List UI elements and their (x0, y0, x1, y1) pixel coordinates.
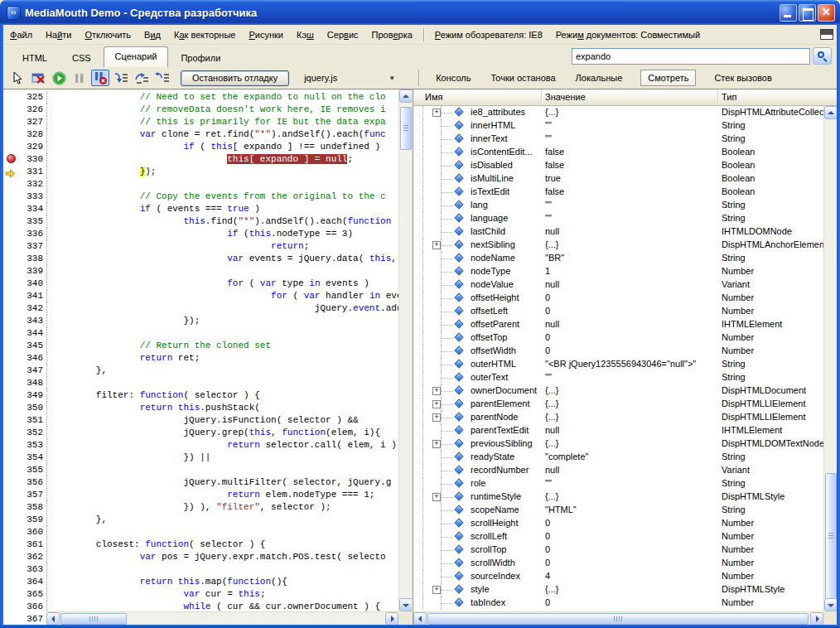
breakpoint-gutter[interactable] (3, 178, 20, 191)
watch-row[interactable]: readyState"complete"String (413, 451, 823, 464)
scroll-left-button[interactable] (46, 612, 60, 625)
watch-row[interactable]: sourceIndex4Number (413, 570, 823, 583)
breakpoint-gutter[interactable] (3, 141, 20, 153)
breakpoint-gutter[interactable] (3, 352, 20, 365)
breakpoint-gutter[interactable] (3, 439, 20, 452)
breakpoint-gutter[interactable] (3, 290, 20, 302)
watch-row[interactable]: innerText""String (413, 133, 823, 146)
watch-row[interactable]: language""String (413, 212, 823, 225)
breakpoint-gutter[interactable] (3, 464, 20, 476)
breakpoint-gutter[interactable] (3, 315, 20, 327)
menu-item[interactable]: Вид (138, 27, 167, 42)
watch-row[interactable]: offsetTop0Number (413, 331, 823, 345)
panel-tab-консоль[interactable]: Консоль (434, 70, 472, 85)
breakpoint-gutter[interactable] (3, 340, 20, 352)
unpin-window-icon[interactable] (820, 29, 833, 40)
tab-html[interactable]: HTML (10, 49, 60, 67)
select-element-pointer-icon[interactable] (8, 70, 27, 86)
breakpoint-gutter[interactable] (3, 514, 20, 526)
breakpoint-gutter[interactable] (3, 601, 20, 613)
watch-row[interactable]: +runtimeStyle{...}DispHTMLStyle (413, 490, 823, 504)
watch-row[interactable]: outerText""String (413, 371, 823, 384)
breakpoint-gutter[interactable] (3, 365, 20, 377)
menu-item[interactable]: Отключить (78, 27, 138, 42)
breakpoint-gutter[interactable] (3, 265, 20, 278)
breakpoint-gutter[interactable] (3, 327, 20, 340)
watch-row[interactable]: offsetParentnullIHTMLElement (413, 318, 823, 331)
breakpoint-gutter[interactable] (3, 402, 20, 414)
breakpoint-gutter[interactable] (3, 153, 20, 166)
watch-row[interactable]: tabIndex0Number (413, 597, 823, 610)
breakpoint-gutter[interactable] (3, 539, 20, 551)
continue-run-icon[interactable] (50, 70, 68, 86)
watch-row[interactable]: scrollWidth0Number (413, 557, 823, 570)
watch-row[interactable]: isDisabledfalseBoolean (413, 159, 823, 172)
breakpoint-gutter[interactable] (3, 476, 20, 489)
menu-item[interactable]: Как векторные (167, 27, 242, 42)
expand-icon[interactable]: + (432, 413, 441, 422)
menu-mode-item[interactable]: Режим обозревателя: IE8 (428, 27, 549, 42)
breakpoint-gutter[interactable] (3, 91, 20, 104)
watch-row[interactable]: scrollHeight0Number (413, 517, 823, 530)
watch-row[interactable]: role""String (413, 477, 823, 490)
watch-row[interactable]: isTextEditfalseBoolean (413, 186, 823, 199)
watch-row[interactable]: scopeName"HTML"String (413, 504, 823, 517)
watch-row[interactable]: +parentNode{...}DispHTMLLIElement (413, 411, 823, 424)
watch-row[interactable]: +parentElement{...}DispHTMLLIElement (413, 398, 823, 411)
scroll-down-button[interactable] (399, 598, 412, 611)
watch-row[interactable]: lastChildnullIHTMLDOMNode (413, 225, 823, 239)
breakpoint-gutter[interactable] (3, 116, 20, 128)
watch-row[interactable]: parentTextEditnullIHTMLElement (413, 424, 823, 437)
scroll-up-button[interactable] (399, 89, 412, 103)
column-header-type[interactable]: Тип (718, 89, 837, 105)
menu-item[interactable]: Сервис (321, 27, 365, 42)
watch-vscroll-thumb[interactable] (825, 473, 837, 599)
watch-row[interactable]: outerHTML"<BR jQuery1235556943046="null"… (413, 358, 823, 371)
watch-row[interactable]: isContentEdit...falseBoolean (413, 146, 823, 159)
watch-row[interactable]: nodeValuenullVariant (413, 278, 823, 292)
breakpoint-gutter[interactable] (3, 191, 20, 203)
tab-сценарий[interactable]: Сценарий (104, 46, 169, 67)
breakpoint-gutter[interactable] (3, 389, 20, 402)
close-button[interactable] (818, 4, 835, 22)
watch-row[interactable]: offsetLeft0Number (413, 305, 823, 318)
scroll-right-button[interactable] (810, 612, 823, 625)
minimize-button[interactable] (780, 4, 797, 22)
menu-mode-item[interactable]: Режим документов: Совместимый (549, 27, 707, 42)
break-all-toggle-icon[interactable] (91, 70, 109, 86)
menu-item[interactable]: Проверка (365, 27, 419, 42)
watch-row[interactable]: +style{...}DispHTMLStyle (413, 583, 823, 597)
panel-tab-локальные[interactable]: Локальные (574, 70, 625, 85)
breakpoint-gutter[interactable] (3, 302, 20, 315)
breakpoint-gutter[interactable] (3, 501, 20, 514)
breakpoint-gutter[interactable] (3, 166, 20, 178)
breakpoint-gutter[interactable] (3, 215, 20, 228)
watch-row[interactable]: +nextSibling{...}DispHTMLAnchorElement (413, 239, 823, 252)
panel-tab-точки-останова[interactable]: Точки останова (489, 70, 557, 85)
breakpoint-gutter[interactable] (3, 228, 20, 240)
watch-row[interactable]: nodeType1Number (413, 265, 823, 278)
breakpoint-gutter[interactable] (3, 203, 20, 215)
breakpoint-gutter[interactable] (3, 278, 20, 290)
column-header-value[interactable]: Значение (542, 89, 718, 105)
breakpoint-gutter[interactable] (3, 452, 20, 464)
maximize-button[interactable] (799, 4, 816, 22)
watch-row[interactable]: +previousSibling{...}DispHTMLDOMTextNode (413, 437, 823, 451)
stop-debugging-button[interactable]: Остановить отладку (181, 70, 289, 86)
breakpoint-gutter[interactable] (3, 377, 20, 389)
watch-hscroll-thumb[interactable] (427, 613, 809, 625)
watch-row[interactable]: offsetWidth0Number (413, 345, 823, 358)
watch-row[interactable]: lang""String (413, 199, 823, 212)
panel-tab-смотреть[interactable]: Смотреть (640, 70, 696, 86)
pause-icon[interactable] (70, 70, 89, 86)
breakpoint-gutter[interactable] (3, 104, 20, 116)
breakpoint-gutter[interactable] (3, 414, 20, 427)
watch-row[interactable]: isMultiLinetrueBoolean (413, 172, 823, 186)
watch-row[interactable]: recordNumbernullVariant (413, 464, 823, 477)
expand-icon[interactable]: + (432, 493, 441, 501)
breakpoint-gutter[interactable] (3, 253, 20, 265)
breakpoint-gutter[interactable] (3, 128, 20, 141)
watch-row[interactable]: +ownerDocument{...}DispHTMLDocument (413, 384, 823, 398)
watch-row[interactable]: offsetHeight0Number (413, 292, 823, 305)
step-into-icon[interactable] (112, 70, 130, 86)
